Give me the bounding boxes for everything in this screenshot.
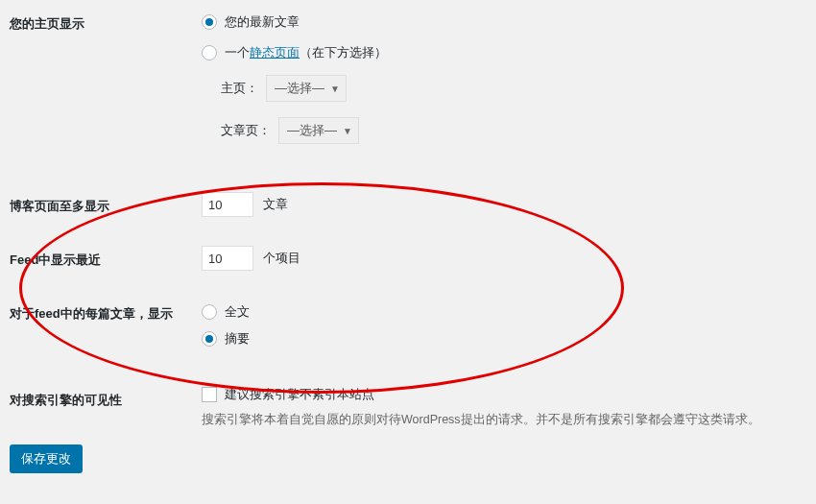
radio-icon (202, 304, 217, 320)
feed-items-max-unit: 个项目 (263, 250, 300, 267)
radio-option-latest-posts[interactable]: 您的最新文章 (202, 13, 806, 31)
radio-label: 全文 (225, 303, 250, 321)
row-homepage-displays: 您的主页显示 您的最新文章 一个静态页面（在下方选择） 主页： —选择— ▼ (0, 0, 816, 169)
static-page-link[interactable]: 静态页面 (250, 45, 300, 60)
posts-page-select[interactable]: —选择— ▼ (278, 117, 359, 144)
search-visibility-description: 搜索引擎将本着自觉自愿的原则对待WordPress提出的请求。并不是所有搜索引擎… (202, 411, 806, 429)
select-value: —选择— (287, 122, 337, 139)
radio-label: 摘要 (225, 330, 250, 348)
radio-icon (202, 14, 217, 30)
row-blog-pages-max: 博客页面至多显示 文章 (0, 169, 816, 227)
radio-option-full-text[interactable]: 全文 (202, 303, 806, 321)
front-page-select[interactable]: —选择— ▼ (266, 75, 347, 102)
label-feed-items-max: Feed中显示最近 (10, 246, 202, 269)
posts-page-select-label: 文章页： (221, 122, 271, 139)
label-search-visibility: 对搜索引擎的可见性 (10, 386, 202, 409)
label-feed-article-display: 对于feed中的每篇文章，显示 (10, 300, 202, 323)
radio-label: 您的最新文章 (225, 13, 300, 31)
front-page-select-label: 主页： (221, 80, 258, 97)
chevron-down-icon: ▼ (330, 84, 340, 94)
label-blog-pages-max: 博客页面至多显示 (10, 192, 202, 215)
checkbox-icon (202, 387, 217, 402)
checkbox-label: 建议搜索引擎不索引本站点 (225, 386, 374, 403)
front-page-select-row: 主页： —选择— ▼ (221, 75, 806, 102)
row-feed-article-display: 对于feed中的每篇文章，显示 全文 摘要 (0, 280, 816, 361)
save-button[interactable]: 保存更改 (10, 444, 83, 473)
posts-page-select-row: 文章页： —选择— ▼ (221, 117, 806, 144)
radio-option-summary[interactable]: 摘要 (202, 330, 806, 348)
feed-items-max-input[interactable] (202, 246, 253, 271)
checkbox-option-discourage-search[interactable]: 建议搜索引擎不索引本站点 (202, 386, 806, 403)
label-homepage-displays: 您的主页显示 (10, 10, 202, 33)
select-value: —选择— (275, 80, 324, 97)
chevron-down-icon: ▼ (343, 126, 352, 136)
radio-label: 一个静态页面（在下方选择） (225, 44, 387, 61)
blog-pages-max-unit: 文章 (263, 196, 288, 213)
radio-option-static-page[interactable]: 一个静态页面（在下方选择） (202, 44, 806, 61)
row-feed-items-max: Feed中显示最近 个项目 (0, 227, 816, 280)
radio-icon (202, 45, 217, 60)
blog-pages-max-input[interactable] (202, 192, 253, 217)
row-search-visibility: 对搜索引擎的可见性 建议搜索引擎不索引本站点 搜索引擎将本着自觉自愿的原则对待W… (0, 361, 816, 439)
radio-icon (202, 331, 217, 347)
